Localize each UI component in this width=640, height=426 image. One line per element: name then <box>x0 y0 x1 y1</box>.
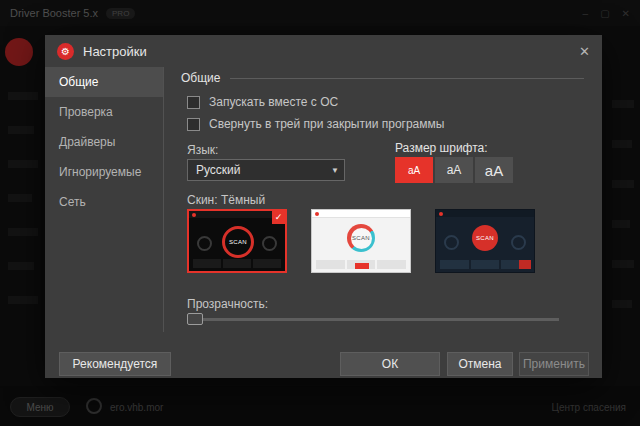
tray-option: Свернуть в трей при закрытии программы <box>187 117 444 131</box>
apply-button[interactable]: Применить <box>519 352 589 376</box>
thumb-titlebar <box>312 210 410 218</box>
font-size-large-button[interactable]: аА <box>475 157 513 183</box>
skin-thumb-light[interactable]: SCAN <box>311 209 411 273</box>
ok-button[interactable]: ОК <box>340 352 440 376</box>
font-size-label: Размер шрифта: <box>395 141 488 155</box>
transparency-slider-handle[interactable] <box>187 313 203 325</box>
scan-text: SCAN <box>229 239 247 245</box>
cancel-button[interactable]: Отмена <box>447 352 513 376</box>
sidebar-item-ignored[interactable]: Игнорируемые <box>45 157 163 187</box>
app-logo-icon: ⚙ <box>57 43 74 60</box>
chevron-down-icon: ▼ <box>326 166 344 175</box>
scan-ring: SCAN <box>347 224 375 252</box>
autostart-label: Запускать вместе с ОС <box>209 95 338 109</box>
gauge-icon <box>197 236 212 251</box>
font-size-group: аА аА аА <box>395 157 513 183</box>
sidebar-item-scan[interactable]: Проверка <box>45 97 163 127</box>
section-divider <box>230 78 584 79</box>
skin-thumb-dark[interactable]: SCAN ✓ <box>187 209 287 273</box>
autostart-checkbox[interactable] <box>187 96 200 109</box>
scan-ring: SCAN <box>222 226 254 258</box>
language-value: Русский <box>188 163 326 177</box>
tray-checkbox[interactable] <box>187 118 200 131</box>
thumb-panels <box>193 259 281 268</box>
settings-dialog: ⚙ Настройки ✕ Общие Проверка Драйверы Иг… <box>45 35 602 378</box>
font-size-small-button[interactable]: аА <box>395 157 433 183</box>
app-window: Driver Booster 5.x PRO – ▢ ✕ Меню ero.vh… <box>0 0 640 426</box>
autostart-option: Запускать вместе с ОС <box>187 95 338 109</box>
sidebar-item-drivers[interactable]: Драйверы <box>45 127 163 157</box>
scan-ring: SCAN <box>472 225 498 251</box>
settings-sidebar: Общие Проверка Драйверы Игнорируемые Сет… <box>45 67 164 332</box>
transparency-slider-track[interactable] <box>187 318 559 321</box>
font-size-medium-button[interactable]: аА <box>435 157 473 183</box>
section-header: Общие <box>181 71 584 85</box>
section-title: Общие <box>181 71 220 85</box>
dialog-titlebar: ⚙ Настройки ✕ <box>45 35 602 67</box>
thumb-titlebar <box>189 211 285 218</box>
thumb-accent <box>355 263 369 269</box>
thumb-titlebar <box>436 210 534 217</box>
scan-text: SCAN <box>352 235 370 241</box>
language-label: Язык: <box>187 143 218 157</box>
skin-label: Скин: Тёмный <box>187 193 265 207</box>
gauge-icon <box>511 235 526 250</box>
thumb-panels <box>440 260 530 269</box>
tray-label: Свернуть в трей при закрытии программы <box>209 117 444 131</box>
gauge-icon <box>262 236 277 251</box>
gauge-icon <box>444 235 459 250</box>
skin-thumb-navy[interactable]: SCAN <box>435 209 535 273</box>
transparency-label: Прозрачность: <box>187 297 268 311</box>
scan-text: SCAN <box>476 235 494 241</box>
thumb-accent <box>519 260 531 269</box>
close-icon[interactable]: ✕ <box>579 44 590 59</box>
language-dropdown[interactable]: Русский ▼ <box>187 159 345 181</box>
sidebar-item-network[interactable]: Сеть <box>45 187 163 217</box>
recommended-button[interactable]: Рекомендуется <box>59 352 171 376</box>
check-icon: ✓ <box>272 211 285 224</box>
sidebar-item-general[interactable]: Общие <box>45 67 163 97</box>
dialog-title: Настройки <box>83 44 147 59</box>
